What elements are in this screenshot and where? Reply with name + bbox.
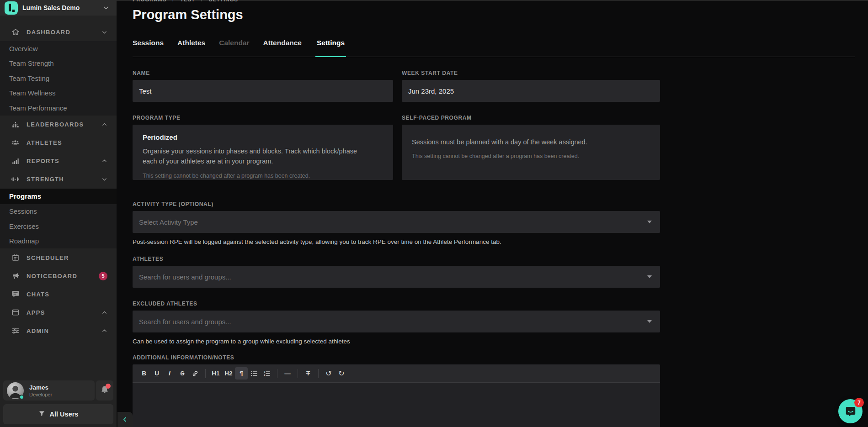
sidebar-item-athletes[interactable]: ATHLETES [0,134,117,152]
ordered-list-icon: 12 [263,370,271,377]
sidebar-item-chats[interactable]: CHATS [0,285,117,303]
link-icon [192,370,199,377]
sidebar-collapse-button[interactable] [117,412,133,427]
tab-sessions[interactable]: Sessions [133,39,164,57]
editor-toolbar: B U I S H1 H2 ¶ 12 [133,364,660,383]
week-start-date-label: WEEK START DATE [402,70,660,76]
week-start-date-input[interactable]: Jun 23rd, 2025 [402,80,660,102]
sidebar-item-sessions[interactable]: Sessions [0,204,117,219]
online-status-dot [19,395,24,400]
sidebar-item-scheduler[interactable]: SCHEDULER [0,248,117,267]
chevron-down-icon [647,275,652,278]
bullet-list-button[interactable] [248,367,261,380]
ordered-list-button[interactable]: 12 [261,367,273,380]
notes-label: ADDITIONAL INFORMATION/NOTES [133,354,660,361]
sidebar-item-apps[interactable]: APPS [0,303,117,322]
excluded-athletes-label: EXCLUDED ATHLETES [133,300,660,307]
athletes-label: ATHLETES [133,256,660,262]
strikethrough-button[interactable]: S [176,367,189,380]
avatar [7,382,24,399]
bold-button[interactable]: B [138,367,150,380]
sidebar-item-reports[interactable]: REPORTS [0,152,117,170]
chevron-down-icon [101,29,107,35]
notification-dot [106,384,111,389]
name-label: NAME [133,70,393,76]
activity-type-label: ACTIVITY TYPE (OPTIONAL) [133,201,660,207]
tab-athletes[interactable]: Athletes [177,39,205,57]
activity-type-select[interactable]: Select Activity Type [133,211,660,233]
notes-editor-body[interactable] [133,383,660,427]
breadcrumb-test[interactable]: TEST [180,0,195,2]
workspace-switcher[interactable]: Lumin Sales Demo [0,0,117,16]
chat-bubble-icon [11,290,20,299]
heading1-button[interactable]: H1 [209,367,222,380]
page-title: Program Settings [133,7,868,22]
chevron-up-icon [101,158,107,164]
user-menu[interactable]: James Developer [3,380,95,401]
clear-formatting-button[interactable]: T [302,367,314,380]
sidebar-item-strength[interactable]: STRENGTH [0,170,117,189]
sidebar-item-admin[interactable]: ADMIN [0,322,117,340]
chevron-up-icon [101,121,107,127]
sidebar-item-leaderboards[interactable]: LEADERBOARDS [0,116,117,134]
horizontal-rule-button[interactable]: — [281,367,294,380]
sidebar-item-team-wellness[interactable]: Team Wellness [0,86,117,101]
chevron-up-icon [101,328,107,334]
user-name: James [29,384,52,391]
people-icon [11,138,20,147]
svg-text:2: 2 [264,374,265,376]
breadcrumb-programs[interactable]: PROGRAMS [133,0,166,2]
italic-button[interactable]: I [163,367,176,380]
sidebar-nav: DASHBOARD Overview Team Strength Team Te… [0,16,117,380]
program-type-label: PROGRAM TYPE [133,115,393,121]
chevron-down-icon [647,320,652,323]
program-type-value: Periodized [143,133,373,141]
activity-type-helper: Post-session RPE will be logged against … [133,238,660,245]
breadcrumb-settings[interactable]: SETTINGS [209,0,238,2]
sidebar-item-exercises[interactable]: Exercises [0,219,117,234]
self-paced-box: Sessions must be planned with a day of t… [402,125,660,180]
sidebar-item-team-performance[interactable]: Team Performance [0,100,117,116]
excluded-athletes-search-input[interactable]: Search for users and groups... [133,311,660,332]
notes-editor: B U I S H1 H2 ¶ 12 [133,364,660,427]
sidebar-item-team-strength[interactable]: Team Strength [0,56,117,71]
heading2-button[interactable]: H2 [222,367,235,380]
sidebar-item-dashboard[interactable]: DASHBOARD [0,23,117,41]
workspace-logo-icon [5,1,18,15]
all-users-filter-button[interactable]: All Users [3,404,113,424]
link-button[interactable] [189,367,202,380]
bar-chart-icon [11,157,20,165]
toolbar-divider [277,369,277,378]
chevron-down-icon [647,221,652,223]
sidebar-item-overview[interactable]: Overview [0,41,117,56]
athletes-search-input[interactable]: Search for users and groups... [133,266,660,288]
chat-launcher-button[interactable]: 7 [838,399,863,423]
tab-settings[interactable]: Settings [315,39,346,57]
toolbar-divider [205,369,206,378]
breadcrumb: PROGRAMS / TEST / SETTINGS [133,0,238,2]
sidebar-item-noticeboard[interactable]: NOTICEBOARD 5 [0,267,117,285]
sidebar-item-team-testing[interactable]: Team Testing [0,71,117,86]
underline-button[interactable]: U [150,367,163,380]
redo-button[interactable]: ↻ [335,367,348,380]
svg-text:1: 1 [264,370,265,373]
paragraph-button[interactable]: ¶ [235,367,248,380]
toolbar-divider [298,369,298,378]
sidebar-item-roadmap[interactable]: Roadmap [0,234,117,249]
toolbar-divider [318,369,319,378]
sidebar-footer: James Developer All Users [0,380,117,427]
sidebar-item-programs[interactable]: Programs [0,189,117,204]
chevron-left-icon [122,416,128,423]
bullet-list-icon [250,370,258,377]
tab-attendance[interactable]: Attendance [263,39,302,57]
main-content: PROGRAMS / TEST / SETTINGS Program Setti… [117,0,868,427]
home-icon [11,28,20,37]
filter-icon [38,410,45,418]
name-input[interactable]: Test [133,80,393,102]
user-role: Developer [29,392,52,397]
chevron-up-icon [101,310,107,316]
tab-calendar[interactable]: Calendar [219,39,249,57]
tab-bar: Sessions Athletes Calendar Attendance Se… [133,39,855,57]
notifications-button[interactable] [96,380,113,401]
undo-button[interactable]: ↺ [322,367,335,380]
